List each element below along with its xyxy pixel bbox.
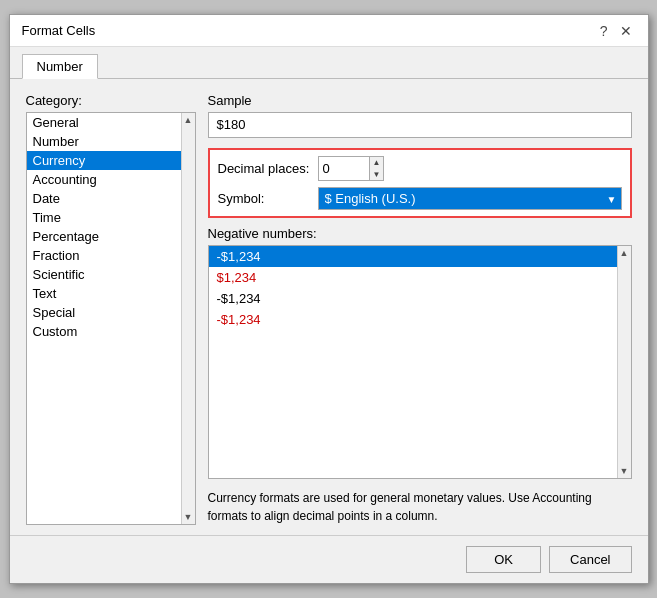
category-scientific[interactable]: Scientific	[27, 265, 195, 284]
category-special[interactable]: Special	[27, 303, 195, 322]
scroll-track[interactable]	[182, 127, 195, 510]
sample-section: Sample $180	[208, 93, 632, 138]
ok-button[interactable]: OK	[466, 546, 541, 573]
symbol-select[interactable]: $ English (U.S.) € Euro £ British Pound …	[319, 188, 621, 209]
neg-item-0[interactable]: -$1,234	[209, 246, 617, 267]
sample-value: $180	[208, 112, 632, 138]
spin-buttons: ▲ ▼	[369, 157, 384, 180]
negative-numbers-list[interactable]: -$1,234 $1,234 -$1,234 -$1,234	[209, 246, 617, 478]
right-panel: Sample $180 Decimal places: ▲ ▼	[208, 93, 632, 525]
close-button[interactable]: ✕	[616, 24, 636, 38]
neg-item-3[interactable]: -$1,234	[209, 309, 617, 330]
neg-item-2[interactable]: -$1,234	[209, 288, 617, 309]
category-label: Category:	[26, 93, 196, 108]
symbol-row: Symbol: $ English (U.S.) € Euro £ Britis…	[218, 187, 622, 210]
neg-scroll-track[interactable]	[618, 260, 631, 464]
left-panel: Category: General Number Currency Accoun…	[26, 93, 196, 525]
category-text[interactable]: Text	[27, 284, 195, 303]
category-general[interactable]: General	[27, 113, 195, 132]
options-box: Decimal places: ▲ ▼ Symbol:	[208, 148, 632, 218]
neg-scroll-down-icon[interactable]: ▼	[620, 464, 629, 478]
category-accounting[interactable]: Accounting	[27, 170, 195, 189]
sample-label: Sample	[208, 93, 632, 108]
spin-up-button[interactable]: ▲	[370, 157, 384, 169]
decimal-places-input[interactable]	[319, 159, 369, 178]
category-time[interactable]: Time	[27, 208, 195, 227]
category-fraction[interactable]: Fraction	[27, 246, 195, 265]
negative-numbers-list-wrap: -$1,234 $1,234 -$1,234 -$1,234 ▲ ▼	[208, 245, 632, 479]
category-percentage[interactable]: Percentage	[27, 227, 195, 246]
format-cells-dialog: Format Cells ? ✕ Number Category: Genera…	[9, 14, 649, 584]
negative-numbers-section: Negative numbers: -$1,234 $1,234 -$1,234…	[208, 226, 632, 479]
description-text: Currency formats are used for general mo…	[208, 489, 632, 525]
decimal-input-wrap: ▲ ▼	[318, 156, 385, 181]
dialog-title: Format Cells	[22, 23, 96, 38]
help-button[interactable]: ?	[596, 24, 612, 38]
category-scrollbar[interactable]: ▲ ▼	[181, 113, 195, 524]
category-custom[interactable]: Custom	[27, 322, 195, 341]
neg-item-1[interactable]: $1,234	[209, 267, 617, 288]
scroll-down-icon[interactable]: ▼	[184, 510, 193, 524]
dialog-footer: OK Cancel	[10, 535, 648, 583]
category-date[interactable]: Date	[27, 189, 195, 208]
title-bar: Format Cells ? ✕	[10, 15, 648, 47]
negative-scrollbar[interactable]: ▲ ▼	[617, 246, 631, 478]
decimal-places-row: Decimal places: ▲ ▼	[218, 156, 622, 181]
title-bar-controls: ? ✕	[596, 24, 636, 38]
symbol-select-wrap: $ English (U.S.) € Euro £ British Pound …	[318, 187, 622, 210]
category-number[interactable]: Number	[27, 132, 195, 151]
category-currency[interactable]: Currency	[27, 151, 195, 170]
symbol-label: Symbol:	[218, 191, 318, 206]
negative-numbers-label: Negative numbers:	[208, 226, 632, 241]
tab-number[interactable]: Number	[22, 54, 98, 79]
decimal-places-label: Decimal places:	[218, 161, 318, 176]
category-list[interactable]: General Number Currency Accounting Date …	[26, 112, 196, 525]
tab-bar: Number	[10, 47, 648, 79]
spin-down-button[interactable]: ▼	[370, 169, 384, 181]
neg-scroll-up-icon[interactable]: ▲	[620, 246, 629, 260]
cancel-button[interactable]: Cancel	[549, 546, 631, 573]
scroll-up-icon[interactable]: ▲	[184, 113, 193, 127]
main-content: Category: General Number Currency Accoun…	[26, 93, 632, 525]
dialog-body: Category: General Number Currency Accoun…	[10, 79, 648, 535]
